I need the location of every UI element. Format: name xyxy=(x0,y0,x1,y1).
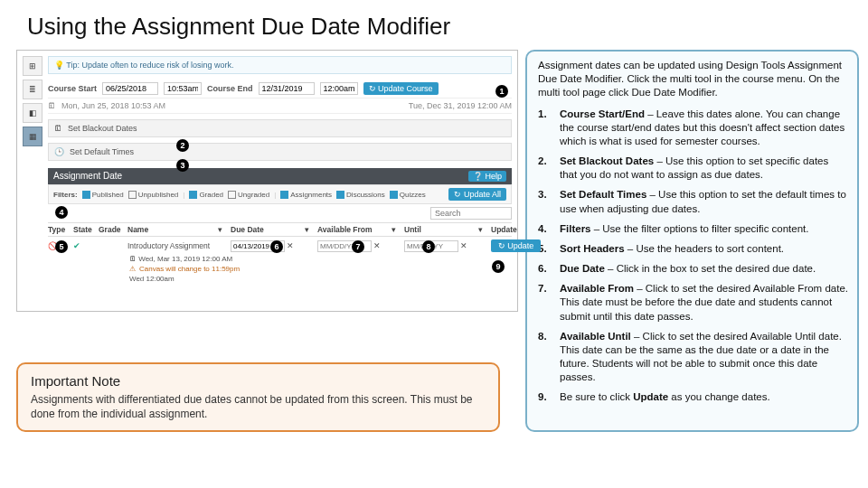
sidebar-icon: ◧ xyxy=(23,103,42,123)
step-item: 1.Course Start/End – Leave this dates al… xyxy=(538,108,848,149)
note-title: Important Note xyxy=(31,373,486,389)
blackout-dates-row[interactable]: 🗓 Set Blackout Dates xyxy=(48,119,512,137)
assignment-name: Introductory Assignment xyxy=(127,241,218,250)
tool-screenshot: ⊞ ≣ ◧ ▦ 💡 Tip: Update often to reduce ri… xyxy=(16,50,518,312)
course-end-time[interactable] xyxy=(320,82,358,95)
step-item: 9.Be sure to click Update as you change … xyxy=(538,390,848,404)
step-item: 6.Due Date – Click in the box to set the… xyxy=(538,262,848,276)
page-title: Using the Assignment Due Date Modifier xyxy=(0,0,868,50)
marker-5: 5 xyxy=(55,240,68,253)
marker-7: 7 xyxy=(352,240,364,253)
course-end-label: Course End xyxy=(207,84,253,93)
intro-text: Assignment dates can be updated using De… xyxy=(538,59,848,100)
marker-6: 6 xyxy=(270,240,283,253)
default-times-row[interactable]: 🕒 Set Default Times xyxy=(48,143,512,161)
filter-discussions[interactable]: Discussions xyxy=(336,191,385,199)
marker-1: 1 xyxy=(495,85,508,98)
update-all-button[interactable]: ↻ Update All xyxy=(448,188,506,201)
sidebar-icon: ⊞ xyxy=(23,56,42,76)
course-start-label: Course Start xyxy=(48,84,97,93)
filter-published[interactable]: Published xyxy=(82,191,124,199)
filter-quizzes[interactable]: Quizzes xyxy=(390,191,426,199)
canvas-warning: ⚠ Canvas will change to 11:59pm xyxy=(48,263,512,275)
step-item: 7.Available From – Click to set the desi… xyxy=(538,282,848,324)
filter-assignments[interactable]: Assignments xyxy=(280,191,332,199)
course-start-time[interactable] xyxy=(164,82,202,95)
step-item: 3.Set Default Times – Use this option to… xyxy=(538,188,848,215)
sidebar-icon: ≣ xyxy=(23,80,42,99)
row-update-button[interactable]: ↻ Update xyxy=(491,239,541,252)
calendar-icon: 🗓 xyxy=(54,124,62,133)
filter-unpublished[interactable]: Unpublished xyxy=(128,191,178,199)
note-body: Assignments with differentiated due date… xyxy=(31,392,486,421)
clock-icon: 🕒 xyxy=(54,147,64,156)
filter-graded[interactable]: Graded xyxy=(189,191,223,199)
marker-2: 2 xyxy=(176,139,189,152)
step-item: 8.Available Until – Click to set the des… xyxy=(538,330,848,385)
calendar-icon: 🗓 xyxy=(48,101,56,110)
row-subdate: 🗓 Wed, Mar 13, 2019 12:00 AM xyxy=(48,255,512,263)
tip-banner: 💡 Tip: Update often to reduce risk of lo… xyxy=(48,56,512,74)
update-course-button[interactable]: ↻ Update Course xyxy=(363,82,439,95)
marker-8: 8 xyxy=(422,240,435,253)
filter-row: Filters: Published Unpublished | Graded … xyxy=(48,184,512,204)
assignment-date-header: Assignment Date xyxy=(53,171,122,182)
marker-4: 4 xyxy=(55,206,68,219)
step-item: 5.Sort Headers – Use the headers to sort… xyxy=(538,242,848,256)
state-icon: ✔ xyxy=(73,241,99,250)
start-long-date: Mon, Jun 25, 2018 10:53 AM xyxy=(61,101,165,110)
course-start-date[interactable] xyxy=(102,82,158,95)
step-item: 2.Set Blackout Dates – Use this option t… xyxy=(538,155,848,182)
screenshot-sidebar: ⊞ ≣ ◧ ▦ xyxy=(23,56,44,146)
calendar-icon: ▦ xyxy=(23,127,42,146)
course-end-date[interactable] xyxy=(259,82,315,95)
table-header[interactable]: Type State Grade Name ▾ Due Date ▾ Avail… xyxy=(48,222,512,237)
end-long-date: Tue, Dec 31, 2019 12:00 AM xyxy=(409,101,512,110)
search-input[interactable] xyxy=(430,207,512,220)
important-note-box: Important Note Assignments with differen… xyxy=(16,362,500,432)
marker-9: 9 xyxy=(492,260,505,273)
step-item: 4.Filters – Use the filter options to fi… xyxy=(538,222,848,236)
filter-ungraded[interactable]: Ungraded xyxy=(228,191,269,199)
instructions-panel: Assignment dates can be updated using De… xyxy=(525,50,859,432)
help-button[interactable]: ❔ Help xyxy=(468,171,506,182)
marker-3: 3 xyxy=(176,159,189,172)
canvas-warning-2: Wed 12:00am xyxy=(48,275,512,283)
